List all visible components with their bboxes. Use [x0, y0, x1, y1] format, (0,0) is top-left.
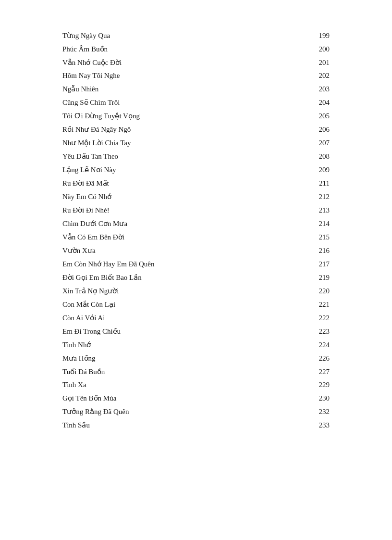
toc-item-title: Em Còn Nhớ Hay Em Đã Quên	[62, 260, 310, 268]
toc-row: Rồi Như Đá Ngây Ngô206	[62, 123, 330, 136]
toc-item-title: Rồi Như Đá Ngây Ngô	[62, 125, 310, 134]
toc-item-title: Tình Xa	[62, 381, 310, 389]
toc-item-title: Ru Đời Đi Nhé!	[62, 206, 310, 214]
toc-item-page: 202	[310, 72, 330, 80]
toc-item-title: Phúc Âm Buồn	[62, 45, 310, 53]
toc-item-page: 214	[310, 220, 330, 228]
toc-item-title: Con Mắt Còn Lại	[62, 300, 310, 309]
toc-item-page: 200	[310, 45, 330, 53]
toc-row: Tôi Ơi Đừng Tuyệt Vọng205	[62, 109, 330, 123]
toc-item-title: Cũng Sẽ Chìm Trôi	[62, 98, 310, 107]
toc-row: Em Đi Trong Chiều223	[62, 325, 330, 338]
toc-item-title: Còn Ai Với Ai	[62, 314, 310, 322]
toc-item-page: 223	[310, 327, 330, 336]
toc-row: Ru Đời Đã Mất211	[62, 176, 330, 190]
toc-item-title: Từng Ngày Qua	[62, 31, 310, 40]
toc-row: Còn Ai Với Ai222	[62, 311, 330, 325]
toc-item-title: Ngẫu Nhiên	[62, 85, 310, 93]
toc-row: Như Một Lời Chia Tay207	[62, 136, 330, 150]
toc-item-page: 224	[310, 341, 330, 349]
toc-row: Tình Sầu233	[62, 418, 330, 432]
toc-row: Vườn Xưa216	[62, 244, 330, 257]
toc-item-page: 233	[310, 421, 330, 429]
toc-row: Cũng Sẽ Chìm Trôi204	[62, 96, 330, 109]
toc-item-page: 205	[310, 112, 330, 120]
toc-row: Ngẫu Nhiên203	[62, 82, 330, 96]
toc-item-page: 219	[310, 274, 330, 282]
toc-item-page: 199	[310, 32, 330, 40]
toc-item-page: 217	[310, 260, 330, 268]
table-of-contents: Từng Ngày Qua199Phúc Âm Buồn200Vẫn Nhớ C…	[62, 29, 330, 432]
toc-row: Lặng Lẽ Nơi Này209	[62, 163, 330, 176]
toc-row: Này Em Có Nhớ212	[62, 190, 330, 203]
toc-item-page: 208	[310, 152, 330, 161]
toc-item-page: 220	[310, 287, 330, 295]
toc-item-page: 229	[310, 381, 330, 389]
toc-row: Hôm Nay Tôi Nghe202	[62, 69, 330, 82]
toc-row: Vẫn Có Em Bên Đời215	[62, 230, 330, 244]
toc-item-page: 221	[310, 301, 330, 309]
toc-item-title: Này Em Có Nhớ	[62, 192, 310, 201]
toc-item-title: Xin Trả Nợ Người	[62, 287, 310, 295]
toc-item-page: 201	[310, 59, 330, 67]
toc-row: Tuổi Đá Buồn227	[62, 365, 330, 378]
toc-item-title: Như Một Lời Chia Tay	[62, 138, 310, 147]
toc-item-page: 212	[310, 193, 330, 201]
toc-item-title: Tưởng Rằng Đã Quên	[62, 407, 310, 416]
toc-row: Tình Xa229	[62, 378, 330, 391]
toc-item-page: 207	[310, 139, 330, 147]
toc-item-page: 216	[310, 247, 330, 255]
toc-item-title: Tuổi Đá Buồn	[62, 367, 310, 376]
toc-row: Con Mắt Còn Lại221	[62, 298, 330, 311]
toc-row: Từng Ngày Qua199	[62, 29, 330, 42]
toc-row: Phúc Âm Buồn200	[62, 42, 330, 56]
toc-item-title: Tôi Ơi Đừng Tuyệt Vọng	[62, 112, 310, 120]
toc-item-title: Em Đi Trong Chiều	[62, 327, 310, 336]
toc-row: Gọi Tên Bốn Mùa230	[62, 391, 330, 405]
toc-item-title: Hôm Nay Tôi Nghe	[62, 72, 310, 80]
toc-row: Yêu Dấu Tan Theo208	[62, 150, 330, 163]
toc-row: Chìm Dưới Cơn Mưa214	[62, 217, 330, 230]
toc-item-page: 203	[310, 85, 330, 93]
toc-item-page: 232	[310, 408, 330, 416]
toc-item-page: 227	[310, 368, 330, 376]
toc-item-title: Chìm Dưới Cơn Mưa	[62, 219, 310, 228]
toc-item-page: 213	[310, 206, 330, 214]
toc-row: Vẫn Nhớ Cuộc Đời201	[62, 56, 330, 69]
toc-item-title: Gọi Tên Bốn Mùa	[62, 394, 310, 402]
toc-row: Em Còn Nhớ Hay Em Đã Quên217	[62, 257, 330, 271]
toc-item-page: 204	[310, 99, 330, 107]
toc-item-title: Mưa Hồng	[62, 354, 310, 363]
toc-item-title: Lặng Lẽ Nơi Này	[62, 165, 310, 174]
toc-row: Tình Nhớ224	[62, 338, 330, 352]
toc-item-title: Vẫn Nhớ Cuộc Đời	[62, 58, 310, 67]
toc-row: Tưởng Rằng Đã Quên232	[62, 405, 330, 418]
toc-item-page: 211	[310, 179, 330, 188]
toc-item-page: 209	[310, 166, 330, 174]
toc-item-title: Tình Sầu	[62, 421, 310, 429]
toc-row: Ru Đời Đi Nhé!213	[62, 203, 330, 217]
toc-row: Đời Gọi Em Biết Bao Lần219	[62, 271, 330, 284]
toc-item-page: 230	[310, 394, 330, 402]
toc-item-title: Vẫn Có Em Bên Đời	[62, 233, 310, 241]
toc-item-page: 222	[310, 314, 330, 322]
toc-item-page: 215	[310, 233, 330, 241]
toc-row: Mưa Hồng226	[62, 352, 330, 365]
toc-row: Xin Trả Nợ Người220	[62, 284, 330, 298]
toc-item-title: Yêu Dấu Tan Theo	[62, 152, 310, 161]
toc-item-page: 226	[310, 354, 330, 363]
toc-item-title: Ru Đời Đã Mất	[62, 179, 310, 188]
toc-item-title: Vườn Xưa	[62, 246, 310, 255]
toc-item-page: 206	[310, 126, 330, 134]
toc-item-title: Đời Gọi Em Biết Bao Lần	[62, 273, 310, 282]
toc-item-title: Tình Nhớ	[62, 340, 310, 349]
